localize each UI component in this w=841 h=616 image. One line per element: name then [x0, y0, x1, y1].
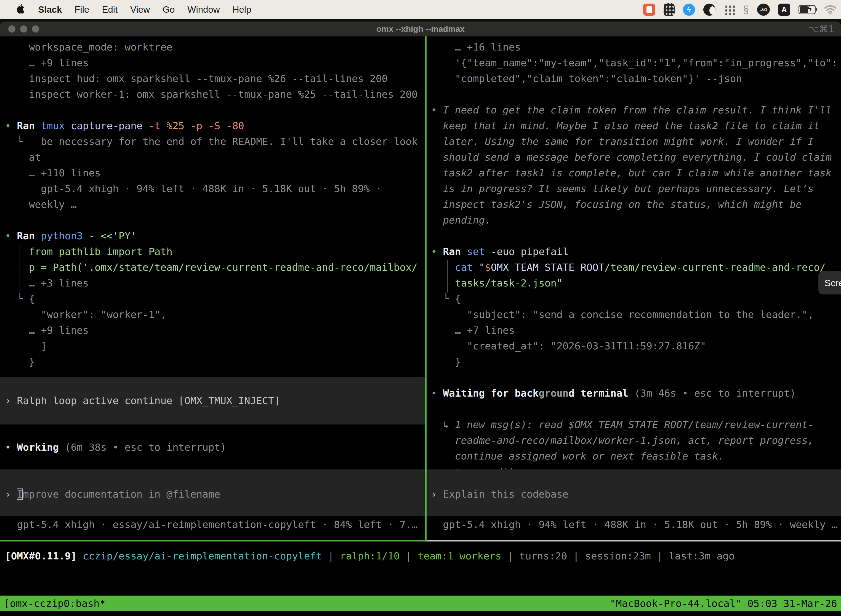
text-segment: Ralph loop active continue [OMX_TMUX_INJ… — [17, 395, 280, 406]
text-segment: { — [29, 293, 35, 304]
keypad-icon[interactable] — [664, 3, 675, 16]
messenger-icon[interactable]: ϟ — [683, 4, 695, 16]
text-segment: "created_at": "2026-03-31T11:59:27.816Z" — [431, 340, 706, 352]
text-segment: session:23m — [585, 550, 651, 562]
prompt-box[interactable]: › Improve documentation in @filename — [0, 469, 425, 516]
terminal-line: … +110 lines — [5, 165, 101, 181]
terminal-line: gpt-5.4 xhigh · 94% left · 488K in · 5.1… — [431, 517, 838, 532]
shortcuts-icon[interactable]: § — [743, 4, 749, 16]
terminal-line: … +16 lines — [431, 39, 521, 55]
text-segment: pending. — [443, 214, 491, 226]
pane-divider-vertical[interactable] — [425, 37, 426, 541]
terminal-line: [OMX#0.11.9] cczip/essay/ai-reimplementa… — [5, 548, 734, 564]
left-terminal-pane[interactable]: workspace_mode: worktree … +9 lines insp… — [0, 37, 425, 540]
text-segment: • — [431, 387, 443, 399]
text-segment: task2 after task1 is complete, but can I… — [443, 167, 832, 179]
text-segment: workspace_mode: worktree — [5, 41, 173, 53]
text-segment: groun — [539, 387, 568, 399]
text-segment — [431, 450, 455, 462]
terminal-line: later. Using the same for transition mig… — [431, 133, 814, 149]
terminal-line: • Working (6m 38s • esc to interrupt) — [5, 439, 226, 455]
text-segment — [431, 277, 455, 289]
window-title: omx --xhigh --madmax — [0, 22, 841, 37]
terminal-line: workspace_mode: worktree — [5, 39, 173, 55]
text-segment — [431, 120, 443, 131]
menu-item-view[interactable]: View — [130, 4, 150, 15]
text-segment: mprove documentation in @filename — [23, 488, 220, 500]
text-segment: '{"team_name":"my-team","task_id":"1","f… — [431, 57, 838, 69]
terminal-line: cat "$OMX_TEAM_STATE_ROOT/team/review-cu… — [431, 260, 826, 275]
text-segment: " — [557, 277, 563, 289]
screen-share-icon[interactable] — [643, 4, 655, 16]
terminal-line: '{"team_name":"my-team","task_id":"1","f… — [431, 55, 838, 70]
battery-icon[interactable]: ϟ — [799, 5, 816, 14]
text-segment: "worker": "worker-1", — [5, 309, 166, 320]
text-segment: … +16 lines — [431, 41, 521, 53]
text-segment: gpt-5.4 xhigh · essay/ai-reimplementatio… — [5, 519, 418, 530]
text-segment: › — [5, 488, 17, 500]
menu-item-slack[interactable]: Slack — [38, 4, 62, 15]
text-segment: … +3 lines — [5, 277, 89, 289]
text-segment: should send a message before completing … — [443, 151, 832, 163]
text-segment: • — [431, 246, 443, 257]
window-title-bar[interactable]: omx --xhigh --madmax ⌥⌘1 — [0, 22, 841, 37]
text-segment: cczip/essay/ai-reimplementation-copyleft — [83, 550, 322, 562]
screen-sharing-tooltip: Scre — [818, 271, 841, 295]
terminal-line: └ { — [5, 291, 35, 307]
menu-item-window[interactable]: Window — [188, 4, 220, 15]
text-segment: (3m 46s • esc to interrupt) — [634, 387, 796, 399]
text-segment: Explain this codebase — [443, 488, 568, 500]
terminal-line: ↳ 1 new msg(s): read $OMX_TEAM_STATE_ROO… — [431, 417, 814, 433]
text-segment: gpt-5.4 xhigh · 94% left · 488K in · 5.1… — [431, 519, 838, 530]
apple-logo-icon[interactable] — [15, 4, 25, 15]
right-terminal-pane[interactable]: … +16 lines '{"team_name":"my-team","tas… — [426, 37, 841, 540]
terminal-line: "worker": "worker-1", — [5, 307, 166, 322]
text-segment: 1 new msg(s): read $OMX_TEAM_STATE_ROOT/… — [455, 419, 814, 430]
text-segment: └ — [5, 136, 41, 147]
text-segment: keep that in mind. Maybe I also need the… — [443, 120, 819, 131]
text-segment: • — [431, 104, 443, 116]
terminal-line: └ { — [431, 291, 461, 307]
text-segment: … +7 lines — [431, 324, 514, 336]
text-segment: OMX_TEAM_STATE_ROOT — [491, 262, 605, 273]
terminal-line: • Ran python3 - <<'PY' — [5, 228, 136, 244]
badge-61-icon[interactable]: ..61 — [757, 4, 770, 16]
text-segment: | — [651, 550, 669, 562]
terminal-line: › Improve documentation in @filename — [5, 486, 220, 502]
text-segment: last:3m ago — [669, 550, 734, 562]
terminal-line: should send a message before completing … — [431, 149, 832, 165]
text-segment: inspect_worker-1: omx sparkshell --tmux-… — [5, 89, 418, 100]
omx-status-pane: [OMX#0.11.9] cczip/essay/ai-reimplementa… — [0, 541, 841, 595]
menu-item-go[interactable]: Go — [163, 4, 175, 15]
tmux-session-window[interactable]: [omx-cczip0:bash* — [4, 598, 105, 609]
terminal-line: … +9 lines — [5, 55, 89, 70]
text-segment: p = Path('.omx/state/team/review-current… — [5, 262, 418, 273]
text-segment: | — [567, 550, 585, 562]
menu-item-help[interactable]: Help — [233, 4, 251, 15]
wifi-icon[interactable] — [824, 5, 837, 15]
charging-bolt-icon: ϟ — [807, 5, 812, 13]
tmux-host-clock: "MacBook-Pro-44.local" 05:03 31-Mar-26 — [610, 598, 837, 609]
text-segment: weekly … — [5, 199, 77, 210]
text-segment: -80 — [226, 120, 244, 131]
terminal-line: is in progress? It seems likely but perh… — [431, 181, 814, 197]
menu-item-file[interactable]: File — [75, 4, 89, 15]
ralph-status-box: › Ralph loop active continue [OMX_TMUX_I… — [0, 377, 425, 424]
input-source-icon[interactable]: A — [778, 4, 790, 16]
text-segment: } — [431, 356, 461, 367]
text-segment — [431, 151, 443, 163]
dots-grid-icon[interactable] — [724, 4, 735, 15]
text-segment: gpt-5.4 xhigh · 94% left · 488K in · 5.1… — [5, 183, 382, 194]
terminal-line: continue assigned work or next feasible … — [431, 448, 724, 464]
prompt-box[interactable]: › Explain this codebase — [426, 469, 841, 516]
text-segment: … +9 lines — [5, 57, 89, 69]
text-segment: } — [5, 356, 35, 367]
menu-item-edit[interactable]: Edit — [102, 4, 117, 15]
text-segment: d terminal — [568, 387, 634, 399]
clock-icon[interactable] — [703, 4, 715, 16]
menu-bar: Slack File Edit View Go Window Help ϟ § … — [0, 0, 841, 19]
text-segment: is in progress? It seems likely but perh… — [443, 183, 814, 194]
text-segment — [431, 214, 443, 226]
text-segment: | — [400, 550, 418, 562]
terminal-line: • Ran tmux capture-pane -t %25 -p -S -80 — [5, 118, 244, 133]
